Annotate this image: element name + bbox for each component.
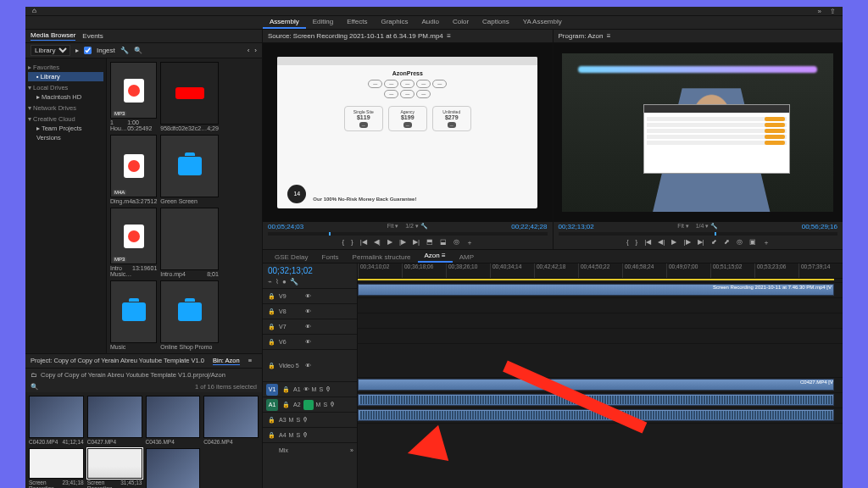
clip-item[interactable]: C0426.MP4 — [203, 396, 259, 445]
library-select[interactable]: Library — [31, 45, 70, 56]
source-monitor: Source: Screen Recording 2021-10-11 at 6… — [263, 30, 554, 249]
workspace-ya[interactable]: YA Assembly — [516, 16, 569, 29]
source-transport: {} |◀◀| ▶|▶ ▶|⬒ ⬓◎ ＋ — [263, 236, 553, 249]
share-icon[interactable]: ⇪ — [830, 8, 836, 15]
step-fwd-icon[interactable]: |▶ — [399, 238, 406, 247]
tree-network[interactable]: ▾ Network Drives — [28, 103, 103, 113]
title-bar: ⌂ » ⇪ — [25, 7, 843, 16]
chevron-right-icon[interactable]: › — [254, 47, 257, 54]
timeline-tc[interactable]: 00;32;13;02 — [263, 263, 357, 278]
tree-favorites[interactable]: ▸ Favorites — [28, 63, 103, 72]
asset-item[interactable]: MP31 Hou…1:00 05:25492 — [110, 62, 157, 131]
workspace-assembly[interactable]: Assembly — [263, 16, 306, 29]
workspace-graphics[interactable]: Graphics — [374, 16, 415, 29]
ingest-label: Ingest — [97, 47, 115, 54]
settings-icon[interactable]: 🔧 — [290, 278, 298, 286]
mark-in-icon[interactable]: { — [342, 238, 344, 247]
seq-tab[interactable]: GSE Delay — [268, 252, 315, 263]
project-grid: C0420.MP441;12;14 C0427.MP4 C0436.MP4 C0… — [25, 392, 262, 488]
media-browser-panel: Media Browser Events Library ▸ Ingest 🔧 … — [25, 30, 262, 353]
plus-icon[interactable]: ＋ — [466, 238, 473, 247]
seq-tab[interactable]: Fonts — [315, 252, 346, 263]
program-out-tc: 00;56;29;16 — [802, 223, 837, 230]
workspace-editing[interactable]: Editing — [306, 16, 340, 29]
program-in-tc[interactable]: 00;32;13;02 — [559, 223, 594, 230]
left-column: Media Browser Events Library ▸ Ingest 🔧 … — [25, 30, 263, 488]
source-scrub[interactable] — [268, 232, 548, 236]
source-out-tc: 00;22;42;28 — [511, 223, 547, 230]
timeline-clip[interactable]: Screen Recording 2021-10-11 at 7.46.30 P… — [713, 285, 833, 290]
caret-icon[interactable]: ▸ — [75, 47, 79, 54]
tree-local[interactable]: ▾ Local Drives — [28, 83, 103, 92]
selection-count: 1 of 16 items selected — [195, 383, 257, 391]
seq-tab[interactable]: Permalink structure — [346, 252, 418, 263]
time-ruler[interactable]: 00;34;10;0200;36;18;0600;38;26;10 00;40;… — [358, 263, 843, 279]
asset-item[interactable]: Online Shop Promo — [160, 280, 219, 350]
go-in-icon[interactable]: |◀ — [360, 238, 367, 247]
workspace-tabs: Assembly Editing Effects Graphics Audio … — [25, 16, 843, 30]
tree-cc[interactable]: ▾ Creative Cloud — [28, 114, 103, 124]
workspace-color[interactable]: Color — [446, 16, 476, 29]
tree-mac[interactable]: ▸ Macintosh HD — [28, 92, 103, 102]
clip-item[interactable]: Screen Recording 1…23;41;18 — [29, 448, 84, 488]
program-view[interactable] — [554, 43, 843, 222]
play-icon[interactable]: ▶ — [387, 238, 392, 247]
media-grid: MP31 Hou…1:00 05:25492 958dfc02e32c2…4;2… — [107, 58, 262, 353]
clip-item[interactable]: Screen Recording 1…31;45;13 — [87, 448, 142, 488]
program-scrub[interactable] — [559, 232, 838, 236]
bin-tab[interactable]: Bin: Azon — [213, 357, 240, 365]
asset-item[interactable]: M4ADing.m4a3:27512 — [110, 135, 157, 204]
asset-item[interactable]: Green Screen — [160, 135, 219, 204]
v1-target[interactable]: V1 — [266, 384, 278, 396]
chevrons-icon[interactable]: » — [818, 8, 821, 15]
project-panel: Project: Copy of Copy of Yerain Abreu Yo… — [25, 353, 262, 488]
export-frame-icon[interactable]: ◎ — [453, 238, 459, 247]
insert-icon[interactable]: ⬒ — [426, 238, 433, 247]
home-icon[interactable]: ⌂ — [32, 7, 41, 15]
tree-library[interactable]: ▪ Library — [28, 72, 103, 81]
marker-icon[interactable]: ● — [282, 278, 287, 286]
a1-target[interactable]: A1 — [266, 399, 278, 411]
monitors: Source: Screen Recording 2021-10-11 at 6… — [263, 30, 843, 250]
tree-team[interactable]: ▸ Team Projects Versions — [28, 124, 103, 142]
timeline-clip[interactable]: C0427.MP4 [V — [800, 380, 833, 385]
mark-out-icon[interactable]: } — [351, 238, 353, 247]
events-tab[interactable]: Events — [82, 32, 103, 40]
chevron-left-icon[interactable]: ‹ — [248, 47, 250, 54]
link-icon[interactable]: ⌇ — [275, 278, 279, 286]
source-view[interactable]: AzonPress ————— ——— Single Site$119— Age… — [263, 43, 553, 222]
comparison-icon[interactable]: ▣ — [749, 238, 756, 247]
seq-tab-active[interactable]: Azon ≡ — [418, 250, 453, 263]
source-tab[interactable]: Source: Screen Recording 2021-10-11 at 6… — [263, 30, 553, 43]
wrench-icon[interactable]: 🔧 — [120, 47, 129, 54]
asset-item[interactable]: 958dfc02e32c2…4;29 — [160, 62, 219, 131]
overwrite-icon[interactable]: ⬓ — [440, 238, 447, 247]
snap-icon[interactable]: ⌁ — [268, 278, 272, 286]
seq-tab[interactable]: AMP — [453, 252, 481, 263]
program-tab[interactable]: Program: Azon ≡ — [554, 30, 843, 43]
project-tab[interactable]: Project: Copy of Copy of Yerain Abreu Yo… — [31, 357, 204, 365]
play-icon[interactable]: ▶ — [671, 238, 676, 247]
clip-item[interactable]: C0420.MP441;12;14 — [29, 396, 84, 445]
ingest-checkbox[interactable] — [84, 47, 92, 54]
clip-item[interactable]: C0424.MP430;41;15 — [146, 448, 201, 488]
asset-item[interactable]: Intro.mp48;01 — [160, 208, 219, 277]
program-monitor: Program: Azon ≡ 00;32;13;02Fit ▾ 1/4 ▾ 🔧… — [554, 30, 843, 249]
timeline-area[interactable]: 00;34;10;0200;36;18;0600;38;26;10 00;40;… — [358, 263, 843, 488]
asset-item[interactable]: Music — [110, 280, 157, 350]
asset-item[interactable]: MP3Intro Music…13:19601 — [110, 208, 157, 277]
go-out-icon[interactable]: ▶| — [413, 238, 420, 247]
workspace-captions[interactable]: Captions — [476, 16, 516, 29]
program-transport: {}|◀ ◀|▶|▶ ▶|⬋⬈ ◎▣＋ — [554, 236, 843, 249]
timeline-header: 00;32;13;02 ⌁⌇ ●🔧 🔒V9👁 🔒V8👁 🔒V7👁 🔒V6👁 🔒V… — [263, 263, 358, 488]
search-icon[interactable]: 🔍 — [134, 47, 142, 54]
media-tree[interactable]: ▸ Favorites ▪ Library ▾ Local Drives ▸ M… — [25, 58, 107, 353]
step-back-icon[interactable]: ◀| — [374, 238, 381, 247]
clip-item[interactable]: C0427.MP4 — [87, 396, 142, 445]
media-browser-tab[interactable]: Media Browser — [31, 31, 75, 41]
project-search-icon[interactable]: 🔍 — [31, 383, 42, 391]
clip-item[interactable]: C0436.MP4 — [146, 396, 201, 445]
workspace-effects[interactable]: Effects — [340, 16, 374, 29]
workspace-audio[interactable]: Audio — [415, 16, 445, 29]
source-in-tc[interactable]: 00;05;24;03 — [268, 223, 303, 230]
